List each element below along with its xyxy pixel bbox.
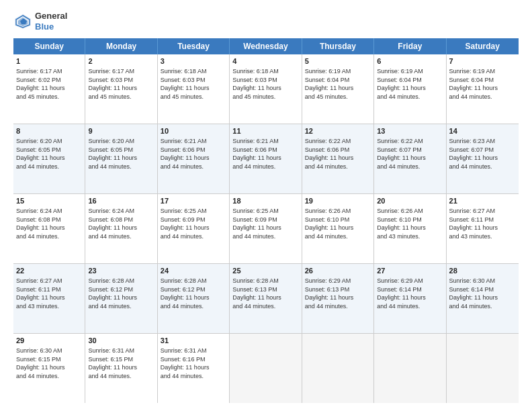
cell-info-line: and 45 minutes.	[232, 93, 298, 101]
cell-info-line: Sunrise: 6:17 AM	[88, 67, 154, 76]
cell-info-line: Sunset: 6:09 PM	[232, 216, 298, 224]
cell-info-line: and 44 minutes.	[161, 372, 226, 381]
cell-info-line: Sunset: 6:16 PM	[161, 355, 226, 364]
cell-info-line: Daylight: 11 hours	[88, 363, 154, 372]
cell-info-line: Sunset: 6:14 PM	[377, 285, 443, 294]
cell-info-line: Sunrise: 6:21 AM	[232, 137, 298, 146]
cell-info-line: and 44 minutes.	[377, 93, 443, 101]
header-day-thursday: Thursday	[302, 38, 374, 54]
cell-info-line: Sunrise: 6:19 AM	[377, 67, 443, 76]
cell-info-line: Sunrise: 6:22 AM	[377, 137, 443, 146]
header-day-tuesday: Tuesday	[158, 38, 230, 54]
day-number: 19	[305, 196, 371, 206]
cell-info-line: Daylight: 11 hours	[377, 293, 443, 302]
day-cell-16: 16Sunrise: 6:24 AMSunset: 6:08 PMDayligh…	[85, 194, 157, 263]
logo-icon	[13, 12, 32, 31]
cell-info-line: Sunrise: 6:30 AM	[449, 277, 516, 285]
cell-info-line: Sunset: 6:04 PM	[305, 76, 371, 85]
day-number: 18	[232, 196, 298, 206]
logo: GeneralBlue	[13, 11, 67, 32]
day-cell-17: 17Sunrise: 6:25 AMSunset: 6:09 PMDayligh…	[158, 194, 230, 263]
cell-info-line: Sunset: 6:08 PM	[88, 216, 154, 224]
cell-info-line: Sunset: 6:10 PM	[377, 216, 443, 224]
cell-info-line: Daylight: 11 hours	[377, 154, 443, 163]
cell-info-line: and 45 minutes.	[305, 93, 371, 101]
cell-info-line: Sunrise: 6:18 AM	[232, 67, 298, 76]
cell-info-line: Sunrise: 6:28 AM	[232, 277, 298, 285]
cell-info-line: Sunset: 6:06 PM	[305, 146, 371, 154]
day-cell-12: 12Sunrise: 6:22 AMSunset: 6:06 PMDayligh…	[302, 124, 374, 193]
day-cell-23: 23Sunrise: 6:28 AMSunset: 6:12 PMDayligh…	[85, 264, 157, 333]
cell-info-line: Sunrise: 6:25 AM	[232, 207, 298, 216]
cell-info-line: and 44 minutes.	[449, 163, 516, 171]
day-number: 1	[16, 56, 82, 66]
cell-info-line: and 44 minutes.	[16, 232, 82, 241]
cell-info-line: Daylight: 11 hours	[305, 84, 371, 93]
cell-info-line: Sunset: 6:13 PM	[305, 285, 371, 294]
cell-info-line: Daylight: 11 hours	[449, 293, 516, 302]
day-number: 7	[449, 56, 516, 66]
day-number: 4	[232, 56, 298, 66]
day-number: 15	[16, 196, 82, 206]
day-number: 12	[305, 126, 371, 136]
day-cell-4: 4Sunrise: 6:18 AMSunset: 6:03 PMDaylight…	[230, 54, 302, 124]
day-cell-18: 18Sunrise: 6:25 AMSunset: 6:09 PMDayligh…	[230, 194, 302, 263]
cell-info-line: Daylight: 11 hours	[305, 224, 371, 232]
calendar-body: 1Sunrise: 6:17 AMSunset: 6:02 PMDaylight…	[13, 54, 519, 403]
empty-cell	[447, 334, 519, 403]
cell-info-line: Sunrise: 6:26 AM	[305, 207, 371, 216]
cell-info-line: and 43 minutes.	[16, 302, 82, 311]
header-day-friday: Friday	[374, 38, 446, 54]
cell-info-line: Sunset: 6:05 PM	[16, 146, 82, 154]
cell-info-line: Sunrise: 6:26 AM	[377, 207, 443, 216]
day-cell-6: 6Sunrise: 6:19 AMSunset: 6:04 PMDaylight…	[374, 54, 446, 124]
cell-info-line: Sunset: 6:08 PM	[16, 216, 82, 224]
day-cell-1: 1Sunrise: 6:17 AMSunset: 6:02 PMDaylight…	[13, 54, 85, 124]
cell-info-line: and 44 minutes.	[88, 232, 154, 241]
cell-info-line: Sunrise: 6:24 AM	[88, 207, 154, 216]
cell-info-line: and 44 minutes.	[232, 302, 298, 311]
calendar-week-2: 8Sunrise: 6:20 AMSunset: 6:05 PMDaylight…	[13, 124, 519, 194]
cell-info-line: and 44 minutes.	[88, 372, 154, 381]
cell-info-line: Daylight: 11 hours	[161, 224, 226, 232]
day-number: 11	[232, 126, 298, 136]
cell-info-line: Sunset: 6:03 PM	[161, 76, 226, 85]
header-day-monday: Monday	[85, 38, 157, 54]
day-cell-11: 11Sunrise: 6:21 AMSunset: 6:06 PMDayligh…	[230, 124, 302, 193]
cell-info-line: Daylight: 11 hours	[232, 293, 298, 302]
cell-info-line: Sunset: 6:15 PM	[16, 355, 82, 364]
day-cell-21: 21Sunrise: 6:27 AMSunset: 6:11 PMDayligh…	[447, 194, 519, 263]
day-number: 5	[305, 56, 371, 66]
cell-info-line: Sunrise: 6:17 AM	[16, 67, 82, 76]
cell-info-line: Sunset: 6:10 PM	[305, 216, 371, 224]
day-number: 30	[88, 336, 154, 346]
cell-info-line: Sunset: 6:06 PM	[161, 146, 226, 154]
cell-info-line: and 44 minutes.	[449, 93, 516, 101]
day-number: 14	[449, 126, 516, 136]
day-cell-26: 26Sunrise: 6:29 AMSunset: 6:13 PMDayligh…	[302, 264, 374, 333]
cell-info-line: and 44 minutes.	[305, 163, 371, 171]
cell-info-line: Daylight: 11 hours	[161, 293, 226, 302]
cell-info-line: and 44 minutes.	[16, 372, 82, 381]
calendar-week-5: 29Sunrise: 6:30 AMSunset: 6:15 PMDayligh…	[13, 334, 519, 403]
day-cell-29: 29Sunrise: 6:30 AMSunset: 6:15 PMDayligh…	[13, 334, 85, 403]
day-number: 2	[88, 56, 154, 66]
day-cell-30: 30Sunrise: 6:31 AMSunset: 6:15 PMDayligh…	[85, 334, 157, 403]
header-day-wednesday: Wednesday	[230, 38, 302, 54]
page-header: GeneralBlue	[13, 11, 519, 32]
cell-info-line: Sunset: 6:06 PM	[232, 146, 298, 154]
empty-cell	[230, 334, 302, 403]
cell-info-line: and 44 minutes.	[232, 163, 298, 171]
cell-info-line: and 44 minutes.	[305, 232, 371, 241]
cell-info-line: and 44 minutes.	[377, 302, 443, 311]
day-number: 29	[16, 336, 82, 346]
cell-info-line: Sunrise: 6:28 AM	[88, 277, 154, 285]
cell-info-line: Daylight: 11 hours	[16, 84, 82, 93]
cell-info-line: Sunrise: 6:25 AM	[161, 207, 226, 216]
header-day-saturday: Saturday	[447, 38, 519, 54]
day-cell-3: 3Sunrise: 6:18 AMSunset: 6:03 PMDaylight…	[158, 54, 230, 124]
day-number: 17	[161, 196, 226, 206]
calendar-week-4: 22Sunrise: 6:27 AMSunset: 6:11 PMDayligh…	[13, 264, 519, 334]
day-cell-8: 8Sunrise: 6:20 AMSunset: 6:05 PMDaylight…	[13, 124, 85, 193]
cell-info-line: and 44 minutes.	[161, 302, 226, 311]
